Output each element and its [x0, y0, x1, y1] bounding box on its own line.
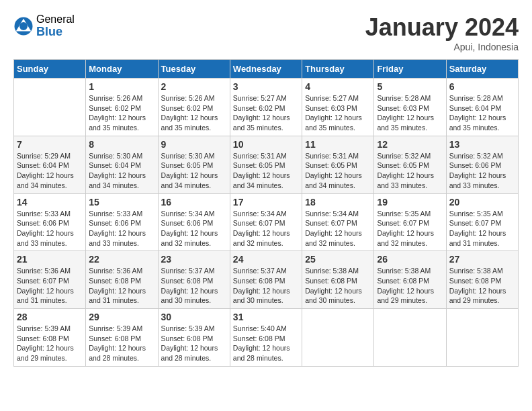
- day-number: 4: [305, 81, 371, 92]
- day-number: 1: [89, 81, 154, 92]
- location: Apui, Indonesia: [365, 42, 519, 52]
- day-info: Sunrise: 5:38 AM Sunset: 6:08 PM Dayligh…: [449, 266, 515, 306]
- calendar-cell: 27 Sunrise: 5:38 AM Sunset: 6:08 PM Dayl…: [446, 251, 518, 309]
- calendar-week-row: 21 Sunrise: 5:36 AM Sunset: 6:07 PM Dayl…: [14, 251, 519, 309]
- day-info: Sunrise: 5:28 AM Sunset: 6:03 PM Dayligh…: [377, 93, 443, 133]
- calendar-cell: [374, 309, 446, 367]
- day-number: 31: [233, 312, 299, 322]
- calendar-cell: 2 Sunrise: 5:26 AM Sunset: 6:02 PM Dayli…: [158, 79, 230, 136]
- calendar-body: 1 Sunrise: 5:26 AM Sunset: 6:02 PM Dayli…: [14, 79, 519, 367]
- weekday-header: Tuesday: [158, 60, 230, 79]
- calendar-cell: 23 Sunrise: 5:37 AM Sunset: 6:08 PM Dayl…: [158, 251, 230, 309]
- calendar-cell: 4 Sunrise: 5:27 AM Sunset: 6:03 PM Dayli…: [302, 79, 374, 136]
- day-info: Sunrise: 5:38 AM Sunset: 6:08 PM Dayligh…: [377, 266, 443, 306]
- logo-blue: Blue: [36, 26, 75, 39]
- day-info: Sunrise: 5:29 AM Sunset: 6:04 PM Dayligh…: [17, 151, 83, 191]
- calendar-cell: 22 Sunrise: 5:36 AM Sunset: 6:08 PM Dayl…: [86, 251, 158, 309]
- calendar-cell: [14, 79, 86, 136]
- day-number: 30: [161, 312, 227, 322]
- calendar-cell: 1 Sunrise: 5:26 AM Sunset: 6:02 PM Dayli…: [86, 79, 158, 136]
- day-info: Sunrise: 5:33 AM Sunset: 6:06 PM Dayligh…: [17, 209, 83, 248]
- day-number: 17: [233, 197, 299, 208]
- day-number: 19: [377, 197, 443, 208]
- day-number: 3: [233, 81, 299, 92]
- day-number: 28: [17, 312, 83, 322]
- calendar-week-row: 1 Sunrise: 5:26 AM Sunset: 6:02 PM Dayli…: [14, 79, 519, 136]
- svg-point-2: [19, 22, 28, 30]
- day-number: 16: [161, 197, 227, 208]
- day-info: Sunrise: 5:28 AM Sunset: 6:04 PM Dayligh…: [449, 93, 515, 133]
- day-info: Sunrise: 5:35 AM Sunset: 6:07 PM Dayligh…: [449, 209, 515, 248]
- calendar-cell: 31 Sunrise: 5:40 AM Sunset: 6:08 PM Dayl…: [230, 309, 302, 367]
- day-info: Sunrise: 5:38 AM Sunset: 6:08 PM Dayligh…: [305, 266, 371, 306]
- weekday-header: Friday: [374, 60, 446, 79]
- calendar-cell: 30 Sunrise: 5:39 AM Sunset: 6:08 PM Dayl…: [158, 309, 230, 367]
- day-number: 21: [17, 254, 83, 265]
- calendar-header: SundayMondayTuesdayWednesdayThursdayFrid…: [14, 60, 519, 79]
- day-info: Sunrise: 5:36 AM Sunset: 6:07 PM Dayligh…: [17, 266, 83, 306]
- calendar-week-row: 14 Sunrise: 5:33 AM Sunset: 6:06 PM Dayl…: [14, 193, 519, 251]
- title-area: January 2024 Apui, Indonesia: [365, 13, 519, 52]
- calendar-cell: 26 Sunrise: 5:38 AM Sunset: 6:08 PM Dayl…: [374, 251, 446, 309]
- calendar-cell: 28 Sunrise: 5:39 AM Sunset: 6:08 PM Dayl…: [14, 309, 86, 367]
- day-info: Sunrise: 5:39 AM Sunset: 6:08 PM Dayligh…: [89, 324, 154, 363]
- calendar-table: SundayMondayTuesdayWednesdayThursdayFrid…: [13, 59, 519, 367]
- day-number: 22: [89, 254, 154, 265]
- day-info: Sunrise: 5:35 AM Sunset: 6:07 PM Dayligh…: [377, 209, 443, 248]
- day-info: Sunrise: 5:27 AM Sunset: 6:02 PM Dayligh…: [233, 93, 299, 133]
- day-number: 2: [161, 81, 227, 92]
- day-info: Sunrise: 5:30 AM Sunset: 6:04 PM Dayligh…: [89, 151, 154, 191]
- calendar-cell: 18 Sunrise: 5:34 AM Sunset: 6:07 PM Dayl…: [302, 193, 374, 251]
- page-header: General Blue January 2024 Apui, Indonesi…: [13, 13, 519, 52]
- calendar-cell: 10 Sunrise: 5:31 AM Sunset: 6:05 PM Dayl…: [230, 136, 302, 193]
- day-number: 29: [89, 312, 154, 322]
- weekday-header-row: SundayMondayTuesdayWednesdayThursdayFrid…: [14, 60, 519, 79]
- day-info: Sunrise: 5:37 AM Sunset: 6:08 PM Dayligh…: [161, 266, 227, 306]
- calendar-cell: 20 Sunrise: 5:35 AM Sunset: 6:07 PM Dayl…: [446, 193, 518, 251]
- calendar-cell: 11 Sunrise: 5:31 AM Sunset: 6:05 PM Dayl…: [302, 136, 374, 193]
- day-number: 8: [89, 139, 154, 150]
- day-number: 13: [449, 139, 515, 150]
- calendar-cell: 14 Sunrise: 5:33 AM Sunset: 6:06 PM Dayl…: [14, 193, 86, 251]
- calendar-cell: 16 Sunrise: 5:34 AM Sunset: 6:06 PM Dayl…: [158, 193, 230, 251]
- logo-text: General Blue: [36, 13, 75, 38]
- calendar-cell: 3 Sunrise: 5:27 AM Sunset: 6:02 PM Dayli…: [230, 79, 302, 136]
- day-info: Sunrise: 5:27 AM Sunset: 6:03 PM Dayligh…: [305, 93, 371, 133]
- day-number: 26: [377, 254, 443, 265]
- day-info: Sunrise: 5:34 AM Sunset: 6:07 PM Dayligh…: [305, 209, 371, 248]
- day-info: Sunrise: 5:39 AM Sunset: 6:08 PM Dayligh…: [161, 324, 227, 363]
- calendar-cell: 13 Sunrise: 5:32 AM Sunset: 6:06 PM Dayl…: [446, 136, 518, 193]
- calendar-cell: 24 Sunrise: 5:37 AM Sunset: 6:08 PM Dayl…: [230, 251, 302, 309]
- day-info: Sunrise: 5:32 AM Sunset: 6:05 PM Dayligh…: [377, 151, 443, 191]
- calendar-week-row: 28 Sunrise: 5:39 AM Sunset: 6:08 PM Dayl…: [14, 309, 519, 367]
- day-info: Sunrise: 5:39 AM Sunset: 6:08 PM Dayligh…: [17, 324, 83, 363]
- calendar-cell: 12 Sunrise: 5:32 AM Sunset: 6:05 PM Dayl…: [374, 136, 446, 193]
- calendar-cell: 5 Sunrise: 5:28 AM Sunset: 6:03 PM Dayli…: [374, 79, 446, 136]
- weekday-header: Thursday: [302, 60, 374, 79]
- calendar-cell: [302, 309, 374, 367]
- calendar-cell: 8 Sunrise: 5:30 AM Sunset: 6:04 PM Dayli…: [86, 136, 158, 193]
- weekday-header: Wednesday: [230, 60, 302, 79]
- calendar-cell: 19 Sunrise: 5:35 AM Sunset: 6:07 PM Dayl…: [374, 193, 446, 251]
- calendar-cell: 21 Sunrise: 5:36 AM Sunset: 6:07 PM Dayl…: [14, 251, 86, 309]
- day-info: Sunrise: 5:33 AM Sunset: 6:06 PM Dayligh…: [89, 209, 154, 248]
- day-number: 6: [449, 81, 515, 92]
- calendar-cell: 25 Sunrise: 5:38 AM Sunset: 6:08 PM Dayl…: [302, 251, 374, 309]
- logo: General Blue: [13, 13, 75, 38]
- weekday-header: Monday: [86, 60, 158, 79]
- day-number: 11: [305, 139, 371, 150]
- weekday-header: Saturday: [446, 60, 518, 79]
- day-number: 24: [233, 254, 299, 265]
- day-number: 14: [17, 197, 83, 208]
- day-number: 9: [161, 139, 227, 150]
- logo-icon: [13, 16, 34, 36]
- day-number: 23: [161, 254, 227, 265]
- day-info: Sunrise: 5:26 AM Sunset: 6:02 PM Dayligh…: [89, 93, 154, 133]
- day-number: 25: [305, 254, 371, 265]
- day-number: 12: [377, 139, 443, 150]
- day-number: 15: [89, 197, 154, 208]
- day-info: Sunrise: 5:40 AM Sunset: 6:08 PM Dayligh…: [233, 324, 299, 363]
- day-info: Sunrise: 5:31 AM Sunset: 6:05 PM Dayligh…: [233, 151, 299, 191]
- calendar-cell: 7 Sunrise: 5:29 AM Sunset: 6:04 PM Dayli…: [14, 136, 86, 193]
- weekday-header: Sunday: [14, 60, 86, 79]
